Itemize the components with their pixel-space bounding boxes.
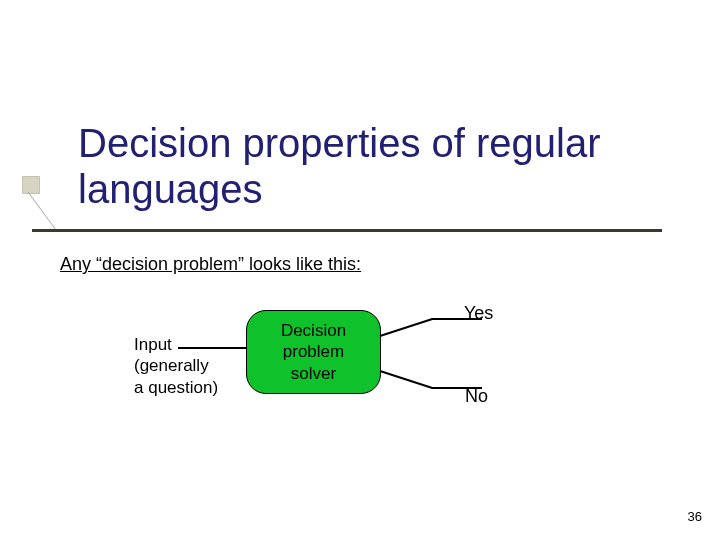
decision-diagram: Input (generally a question) Decision pr… (60, 300, 560, 420)
title-underline (32, 229, 662, 232)
title-diagonal-line (26, 190, 76, 240)
input-arrow (178, 347, 252, 349)
no-branch-line (380, 370, 433, 389)
yes-label: Yes (464, 303, 493, 324)
solver-label: Decision problem solver (281, 320, 346, 384)
yes-branch-line (380, 318, 433, 337)
no-label: No (465, 386, 488, 407)
slide-number: 36 (688, 509, 702, 524)
title-block: Decision properties of regular languages (78, 120, 678, 212)
input-label: Input (generally a question) (134, 334, 218, 398)
solver-box: Decision problem solver (246, 310, 381, 394)
subheading: Any “decision problem” looks like this: (60, 254, 361, 275)
slide-title: Decision properties of regular languages (78, 120, 678, 212)
svg-line-0 (28, 192, 56, 230)
